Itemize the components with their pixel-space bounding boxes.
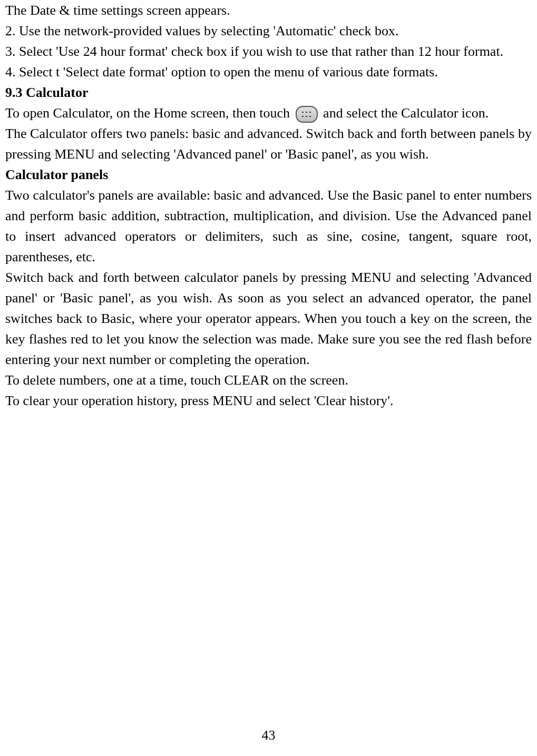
body-text: Switch back and forth between calculator… — [5, 267, 532, 370]
body-text: Two calculator's panels are available: b… — [5, 185, 532, 267]
body-text: 3. Select 'Use 24 hour format' check box… — [5, 41, 532, 62]
subsection-heading: Calculator panels — [5, 164, 532, 185]
body-text: To clear your operation history, press M… — [5, 390, 532, 411]
body-text: The Date & time settings screen appears. — [5, 0, 532, 21]
text-segment: To open Calculator, on the Home screen, … — [5, 105, 294, 121]
body-text: To delete numbers, one at a time, touch … — [5, 370, 532, 390]
document-page: The Date & time settings screen appears.… — [0, 0, 537, 411]
text-segment: and select the Calculator icon. — [320, 105, 489, 121]
body-text: 4. Select t 'Select date format' option … — [5, 62, 532, 82]
section-heading: 9.3 Calculator — [5, 82, 532, 103]
body-text: The Calculator offers two panels: basic … — [5, 123, 532, 164]
body-text: To open Calculator, on the Home screen, … — [5, 103, 532, 123]
body-text: 2. Use the network-provided values by se… — [5, 21, 532, 41]
page-number: 43 — [0, 725, 537, 745]
app-grid-icon — [296, 106, 318, 123]
